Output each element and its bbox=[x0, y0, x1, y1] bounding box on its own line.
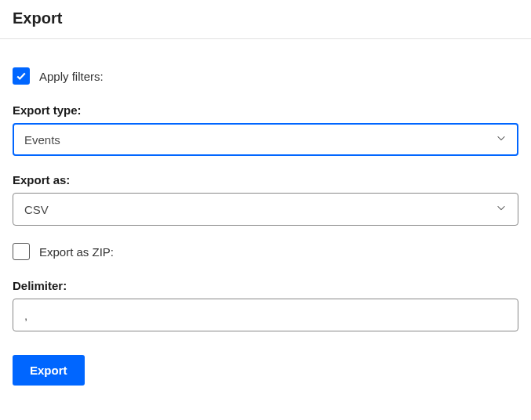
export-form: Apply filters: Export type: Events Expor… bbox=[0, 39, 531, 398]
delimiter-field: Delimiter: bbox=[13, 279, 518, 331]
export-as-value: CSV bbox=[24, 203, 49, 216]
dialog-title: Export bbox=[13, 9, 518, 27]
chevron-down-icon bbox=[496, 132, 507, 147]
delimiter-input[interactable] bbox=[13, 299, 518, 331]
apply-filters-checkbox[interactable] bbox=[13, 67, 30, 85]
chevron-down-icon bbox=[496, 202, 507, 216]
export-button[interactable]: Export bbox=[13, 355, 85, 386]
dialog-actions: Export bbox=[13, 355, 518, 386]
delimiter-label: Delimiter: bbox=[13, 279, 518, 292]
export-zip-label: Export as ZIP: bbox=[39, 245, 114, 259]
export-type-value: Events bbox=[24, 133, 60, 147]
export-type-field: Export type: Events bbox=[13, 103, 518, 156]
export-type-label: Export type: bbox=[13, 103, 518, 117]
apply-filters-row: Apply filters: bbox=[13, 67, 518, 85]
export-as-label: Export as: bbox=[13, 173, 518, 186]
export-type-select[interactable]: Events bbox=[13, 123, 518, 156]
apply-filters-label: Apply filters: bbox=[39, 70, 104, 83]
export-as-field: Export as: CSV bbox=[13, 173, 518, 226]
check-icon bbox=[16, 71, 27, 81]
export-as-select[interactable]: CSV bbox=[13, 193, 518, 226]
export-zip-checkbox[interactable] bbox=[13, 243, 30, 260]
export-zip-row: Export as ZIP: bbox=[13, 243, 518, 260]
dialog-header: Export bbox=[0, 0, 531, 39]
